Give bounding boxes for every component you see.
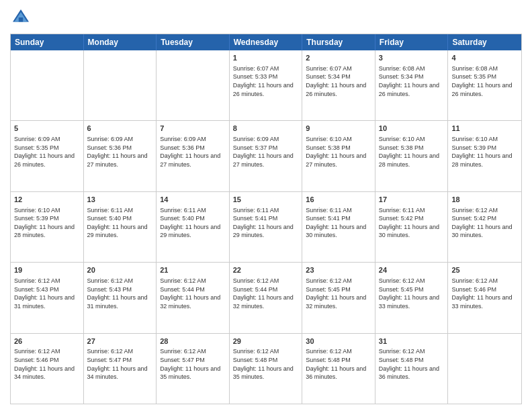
cell-info: Sunrise: 6:11 AMSunset: 5:41 PMDaylight:… [306, 206, 371, 240]
calendar-day-19: 19Sunrise: 6:12 AMSunset: 5:43 PMDayligh… [11, 263, 84, 332]
calendar-day-25: 25Sunrise: 6:12 AMSunset: 5:46 PMDayligh… [448, 263, 521, 332]
calendar-day-18: 18Sunrise: 6:12 AMSunset: 5:42 PMDayligh… [448, 192, 521, 262]
calendar-day-empty [157, 50, 230, 120]
calendar-day-31: 31Sunrise: 6:12 AMSunset: 5:48 PMDayligh… [375, 334, 449, 404]
calendar-day-5: 5Sunrise: 6:09 AMSunset: 5:35 PMDaylight… [11, 121, 84, 191]
calendar-day-13: 13Sunrise: 6:11 AMSunset: 5:40 PMDayligh… [84, 192, 157, 262]
day-number: 21 [160, 265, 226, 275]
day-number: 17 [379, 195, 445, 205]
day-number: 6 [87, 124, 153, 134]
day-number: 15 [233, 195, 299, 205]
calendar-day-20: 20Sunrise: 6:12 AMSunset: 5:43 PMDayligh… [84, 263, 157, 332]
day-number: 20 [87, 265, 153, 275]
cell-info: Sunrise: 6:12 AMSunset: 5:45 PMDaylight:… [306, 277, 371, 310]
cell-info: Sunrise: 6:11 AMSunset: 5:40 PMDaylight:… [160, 206, 226, 240]
cell-info: Sunrise: 6:12 AMSunset: 5:48 PMDaylight:… [306, 347, 371, 381]
calendar-day-28: 28Sunrise: 6:12 AMSunset: 5:47 PMDayligh… [157, 334, 230, 404]
calendar-day-10: 10Sunrise: 6:10 AMSunset: 5:38 PMDayligh… [375, 121, 449, 191]
day-number: 5 [14, 124, 80, 134]
cell-info: Sunrise: 6:09 AMSunset: 5:35 PMDaylight:… [14, 135, 80, 169]
calendar-body: 1Sunrise: 6:07 AMSunset: 5:33 PMDaylight… [11, 50, 521, 404]
header [10, 7, 522, 28]
cell-info: Sunrise: 6:12 AMSunset: 5:46 PMDaylight:… [451, 277, 518, 310]
day-number: 1 [233, 53, 299, 63]
day-number: 7 [160, 124, 226, 134]
calendar-day-11: 11Sunrise: 6:10 AMSunset: 5:39 PMDayligh… [448, 121, 521, 191]
cell-info: Sunrise: 6:09 AMSunset: 5:36 PMDaylight:… [160, 135, 226, 169]
cell-info: Sunrise: 6:12 AMSunset: 5:44 PMDaylight:… [233, 277, 299, 310]
cell-info: Sunrise: 6:12 AMSunset: 5:44 PMDaylight:… [160, 277, 226, 310]
cell-info: Sunrise: 6:10 AMSunset: 5:38 PMDaylight:… [379, 135, 445, 169]
day-number: 12 [14, 195, 80, 205]
cell-info: Sunrise: 6:10 AMSunset: 5:39 PMDaylight:… [451, 135, 518, 169]
calendar-day-24: 24Sunrise: 6:12 AMSunset: 5:45 PMDayligh… [375, 263, 449, 332]
calendar-row-0: 1Sunrise: 6:07 AMSunset: 5:33 PMDaylight… [11, 50, 521, 120]
cell-info: Sunrise: 6:12 AMSunset: 5:48 PMDaylight:… [379, 347, 445, 381]
calendar-day-14: 14Sunrise: 6:11 AMSunset: 5:40 PMDayligh… [157, 192, 230, 262]
calendar-day-empty [84, 50, 157, 120]
cell-info: Sunrise: 6:08 AMSunset: 5:34 PMDaylight:… [379, 64, 445, 98]
calendar-day-1: 1Sunrise: 6:07 AMSunset: 5:33 PMDaylight… [230, 50, 303, 120]
cell-info: Sunrise: 6:12 AMSunset: 5:43 PMDaylight:… [87, 277, 153, 310]
calendar-day-26: 26Sunrise: 6:12 AMSunset: 5:46 PMDayligh… [11, 334, 84, 404]
page: SundayMondayTuesdayWednesdayThursdayFrid… [0, 0, 532, 411]
cell-info: Sunrise: 6:11 AMSunset: 5:40 PMDaylight:… [87, 206, 153, 240]
day-number: 26 [14, 336, 80, 347]
calendar-day-17: 17Sunrise: 6:11 AMSunset: 5:42 PMDayligh… [375, 192, 449, 262]
logo-icon [10, 7, 32, 28]
logo [10, 7, 34, 28]
calendar-day-2: 2Sunrise: 6:07 AMSunset: 5:34 PMDaylight… [302, 50, 375, 120]
calendar-day-12: 12Sunrise: 6:10 AMSunset: 5:39 PMDayligh… [11, 192, 84, 262]
cell-info: Sunrise: 6:11 AMSunset: 5:41 PMDaylight:… [233, 206, 299, 240]
calendar-day-21: 21Sunrise: 6:12 AMSunset: 5:44 PMDayligh… [157, 263, 230, 332]
calendar-day-3: 3Sunrise: 6:08 AMSunset: 5:34 PMDaylight… [375, 50, 449, 120]
calendar-day-22: 22Sunrise: 6:12 AMSunset: 5:44 PMDayligh… [230, 263, 303, 332]
calendar-row-1: 5Sunrise: 6:09 AMSunset: 5:35 PMDaylight… [11, 120, 521, 191]
cell-info: Sunrise: 6:12 AMSunset: 5:47 PMDaylight:… [160, 347, 226, 381]
calendar-day-29: 29Sunrise: 6:12 AMSunset: 5:48 PMDayligh… [230, 334, 303, 404]
calendar-day-7: 7Sunrise: 6:09 AMSunset: 5:36 PMDaylight… [157, 121, 230, 191]
cell-info: Sunrise: 6:12 AMSunset: 5:42 PMDaylight:… [451, 206, 518, 240]
day-number: 28 [160, 336, 226, 347]
day-number: 16 [306, 195, 371, 205]
weekday-header-saturday: Saturday [448, 34, 521, 50]
calendar-day-8: 8Sunrise: 6:09 AMSunset: 5:37 PMDaylight… [230, 121, 303, 191]
calendar-day-30: 30Sunrise: 6:12 AMSunset: 5:48 PMDayligh… [302, 334, 375, 404]
cell-info: Sunrise: 6:12 AMSunset: 5:43 PMDaylight:… [14, 277, 80, 310]
calendar-row-4: 26Sunrise: 6:12 AMSunset: 5:46 PMDayligh… [11, 333, 521, 404]
day-number: 14 [160, 195, 226, 205]
day-number: 30 [306, 336, 371, 347]
calendar-day-4: 4Sunrise: 6:08 AMSunset: 5:35 PMDaylight… [448, 50, 521, 120]
cell-info: Sunrise: 6:07 AMSunset: 5:33 PMDaylight:… [233, 64, 299, 98]
day-number: 25 [451, 265, 518, 275]
calendar-day-9: 9Sunrise: 6:10 AMSunset: 5:38 PMDaylight… [302, 121, 375, 191]
weekday-header-sunday: Sunday [11, 34, 84, 50]
weekday-header-tuesday: Tuesday [157, 34, 230, 50]
day-number: 24 [379, 265, 445, 275]
cell-info: Sunrise: 6:11 AMSunset: 5:42 PMDaylight:… [379, 206, 445, 240]
day-number: 27 [87, 336, 153, 347]
weekday-header-monday: Monday [84, 34, 157, 50]
svg-rect-2 [19, 17, 23, 21]
cell-info: Sunrise: 6:12 AMSunset: 5:45 PMDaylight:… [379, 277, 445, 310]
calendar-day-23: 23Sunrise: 6:12 AMSunset: 5:45 PMDayligh… [302, 263, 375, 332]
cell-info: Sunrise: 6:10 AMSunset: 5:38 PMDaylight:… [306, 135, 371, 169]
cell-info: Sunrise: 6:10 AMSunset: 5:39 PMDaylight:… [14, 206, 80, 240]
calendar: SundayMondayTuesdayWednesdayThursdayFrid… [10, 34, 522, 404]
calendar-day-empty [11, 50, 84, 120]
cell-info: Sunrise: 6:12 AMSunset: 5:46 PMDaylight:… [14, 347, 80, 381]
calendar-header: SundayMondayTuesdayWednesdayThursdayFrid… [11, 34, 521, 50]
day-number: 4 [451, 53, 518, 63]
weekday-header-wednesday: Wednesday [230, 34, 303, 50]
day-number: 2 [306, 53, 371, 63]
day-number: 23 [306, 265, 371, 275]
calendar-day-empty [448, 334, 521, 404]
day-number: 29 [233, 336, 299, 347]
cell-info: Sunrise: 6:09 AMSunset: 5:36 PMDaylight:… [87, 135, 153, 169]
calendar-day-16: 16Sunrise: 6:11 AMSunset: 5:41 PMDayligh… [302, 192, 375, 262]
cell-info: Sunrise: 6:08 AMSunset: 5:35 PMDaylight:… [451, 64, 518, 98]
cell-info: Sunrise: 6:09 AMSunset: 5:37 PMDaylight:… [233, 135, 299, 169]
day-number: 31 [379, 336, 445, 347]
calendar-day-6: 6Sunrise: 6:09 AMSunset: 5:36 PMDaylight… [84, 121, 157, 191]
day-number: 9 [306, 124, 371, 134]
